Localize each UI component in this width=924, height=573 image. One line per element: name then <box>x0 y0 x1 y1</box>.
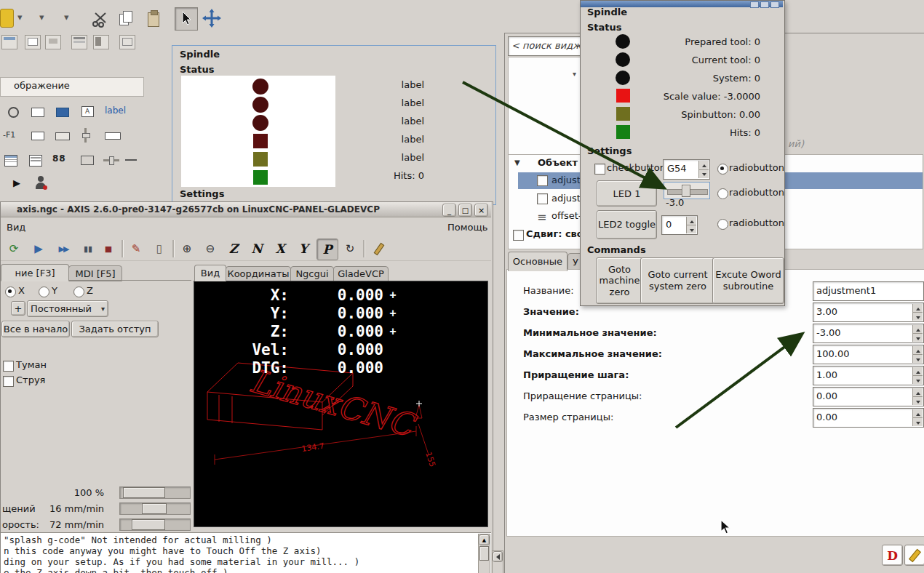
palette-icon-spinbutton[interactable] <box>54 130 71 142</box>
flood-checkbox[interactable] <box>3 376 14 387</box>
slider-handle[interactable] <box>142 503 167 514</box>
slider-handle[interactable] <box>132 519 165 530</box>
palette-icon-progress[interactable] <box>103 130 122 142</box>
chevron-down-icon[interactable]: ▾ <box>17 12 23 23</box>
close-button[interactable]: × <box>474 204 488 217</box>
cut-icon[interactable] <box>92 10 111 28</box>
row-checkbox[interactable] <box>537 193 548 204</box>
tree-root-label[interactable]: Объект <box>538 157 578 168</box>
menu-view[interactable]: Вид <box>7 222 25 233</box>
spinner[interactable] <box>686 217 696 233</box>
palette-section-header[interactable]: ображение <box>0 77 144 97</box>
workspace-caret-icon[interactable]: ▾ <box>573 70 576 78</box>
scroll-up-button[interactable]: ▲ <box>479 534 490 545</box>
toolbar-icon[interactable] <box>71 35 87 49</box>
goto-current-system-zero-button[interactable]: Goto current system zero <box>640 257 715 304</box>
run-button[interactable]: ▶ <box>28 239 49 259</box>
palette-icon-vscale[interactable] <box>81 128 89 143</box>
prop-entry-name[interactable]: adjustment1 <box>813 281 924 301</box>
toolbar-icon[interactable] <box>25 35 41 49</box>
radiobutton-3[interactable] <box>717 219 728 230</box>
maximize-button[interactable] <box>760 1 769 8</box>
clear-plot-button[interactable] <box>369 239 389 259</box>
radiobutton-1[interactable] <box>717 164 728 175</box>
palette-icon-label[interactable]: label <box>105 105 138 117</box>
view-y-button[interactable]: Y <box>293 239 314 259</box>
minimize-button[interactable]: _ <box>442 204 456 217</box>
tab-preview[interactable]: Вид <box>194 265 226 281</box>
g54-combo[interactable]: G54 <box>663 159 710 180</box>
rotate-view-button[interactable]: ↻ <box>340 239 360 259</box>
palette-icon-image[interactable] <box>54 106 71 118</box>
copy-icon[interactable] <box>119 11 138 27</box>
tab-mdi[interactable]: MDI [F5] <box>68 265 122 281</box>
gcode-preview[interactable]: LinuxCNC 134.7 155 X:0.000+ Y:0.000+ Z:0… <box>194 281 488 527</box>
checkbutton[interactable] <box>594 164 605 175</box>
prop-entry-value[interactable]: 3.00 <box>813 302 924 322</box>
set-offset-button[interactable]: Задать отступ <box>71 321 159 337</box>
palette-icon-calendar[interactable] <box>4 155 17 167</box>
chevron-down-icon[interactable]: ▾ <box>64 12 69 23</box>
axis-titlebar[interactable]: axis.ngc - AXIS 2.6.0-pre0-3147-g26577cb… <box>1 202 491 217</box>
override-slider[interactable] <box>119 486 191 499</box>
jog-speed-slider[interactable] <box>119 502 191 515</box>
prop-entry-max[interactable]: 100.00 <box>813 345 924 364</box>
spinner[interactable] <box>912 304 923 321</box>
close-button[interactable] <box>770 1 779 8</box>
zoom-in-button[interactable]: ⊕ <box>177 239 197 259</box>
shift-checkbox[interactable] <box>513 230 524 241</box>
view-x-button[interactable]: X <box>270 239 290 259</box>
spinbutton[interactable]: 0 <box>661 215 698 235</box>
prop-entry-page-size[interactable]: 0.00 <box>813 408 924 428</box>
tool-button[interactable]: ▯ <box>149 239 170 259</box>
tab-manual-control[interactable]: ние [F3] <box>1 264 69 281</box>
palette-icon-digits[interactable]: 88 <box>52 153 71 166</box>
home-all-button[interactable]: Все в начало <box>1 321 70 337</box>
devhelp-button[interactable]: D <box>882 545 903 566</box>
spinner[interactable] <box>912 367 923 384</box>
expander-icon[interactable]: ▼ <box>514 159 520 167</box>
menu-help[interactable]: Помощь <box>447 222 487 233</box>
slider-handle[interactable] <box>682 185 690 197</box>
console-scrollbar[interactable]: ▲ <box>478 534 490 573</box>
pause-button[interactable]: ▮▮ <box>78 239 98 259</box>
slider-handle[interactable] <box>123 487 165 498</box>
stop-button[interactable]: ■ <box>98 239 119 259</box>
paste-icon[interactable] <box>146 10 162 28</box>
touch-off-button[interactable]: ✎ <box>126 239 146 259</box>
palette-icon-frame[interactable] <box>29 106 47 118</box>
palette-icon-radio[interactable] <box>4 106 22 118</box>
axis-y-radio[interactable] <box>39 286 49 297</box>
palette-icon-hscale[interactable] <box>103 156 119 164</box>
axis-z-radio[interactable] <box>73 286 84 297</box>
prop-entry-step[interactable]: 1.00 <box>813 366 924 385</box>
editor-button[interactable] <box>904 545 924 566</box>
jog-mode-combo[interactable]: Постоянный ▾ <box>27 300 108 317</box>
led1-button[interactable]: LED 1 <box>597 180 657 207</box>
toolbar-icon[interactable] <box>45 35 61 49</box>
jog-plus-button[interactable]: + <box>11 301 25 316</box>
palette-icon-treeview[interactable] <box>29 155 42 167</box>
toolbar-icon[interactable] <box>119 35 135 49</box>
spinner[interactable] <box>912 325 923 342</box>
view-z2-button[interactable]: N <box>247 239 267 259</box>
chevron-down-icon[interactable]: ▾ <box>39 12 44 23</box>
spinner[interactable] <box>912 388 923 405</box>
palette-icon-person[interactable] <box>33 176 48 192</box>
execute-oword-button[interactable]: Excute Oword subroutine <box>712 257 784 304</box>
spinner[interactable] <box>912 346 923 363</box>
goto-machine-zero-button[interactable]: Goto machine zero <box>596 257 643 304</box>
tab-gladevcp[interactable]: GladeVCP <box>333 266 389 281</box>
run-from-line-button[interactable]: ▶▶ <box>53 239 73 259</box>
scroll-arrow-button[interactable] <box>493 551 503 562</box>
palette-icon-accel[interactable]: -F1 <box>3 130 23 142</box>
axis-x-radio[interactable] <box>5 286 16 297</box>
row-checkbox[interactable] <box>537 175 548 186</box>
new-file-icon[interactable] <box>0 9 14 28</box>
select-tool-button[interactable] <box>175 7 198 31</box>
tab-ngcgui[interactable]: Ngcgui <box>290 266 334 281</box>
max-speed-slider[interactable] <box>119 518 191 531</box>
side-scrollbar[interactable] <box>492 550 503 573</box>
radiobutton-2[interactable] <box>717 188 728 199</box>
palette-icon-separator[interactable] <box>125 159 137 161</box>
